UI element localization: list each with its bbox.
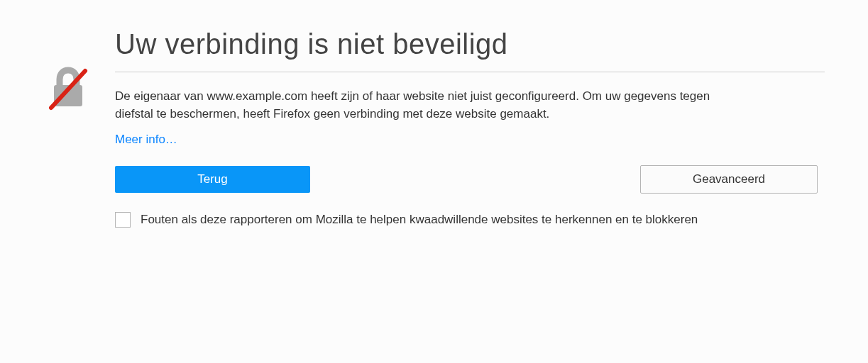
error-page: Uw verbinding is niet beveiligd De eigen…	[43, 28, 825, 228]
button-row: Terug Geavanceerd	[115, 165, 818, 194]
icon-column	[43, 28, 94, 118]
page-title: Uw verbinding is niet beveiligd	[115, 28, 825, 60]
report-checkbox[interactable]	[115, 212, 131, 228]
report-checkbox-label[interactable]: Fouten als deze rapporteren om Mozilla t…	[141, 213, 698, 227]
error-description: De eigenaar van www.example.com heeft zi…	[115, 88, 732, 123]
insecure-lock-icon	[43, 64, 94, 115]
more-info-link[interactable]: Meer info…	[115, 133, 177, 147]
advanced-button[interactable]: Geavanceerd	[640, 165, 818, 194]
back-button[interactable]: Terug	[115, 166, 310, 193]
divider	[115, 72, 825, 72]
content-column: Uw verbinding is niet beveiligd De eigen…	[115, 28, 825, 228]
report-checkbox-row: Fouten als deze rapporteren om Mozilla t…	[115, 212, 825, 228]
